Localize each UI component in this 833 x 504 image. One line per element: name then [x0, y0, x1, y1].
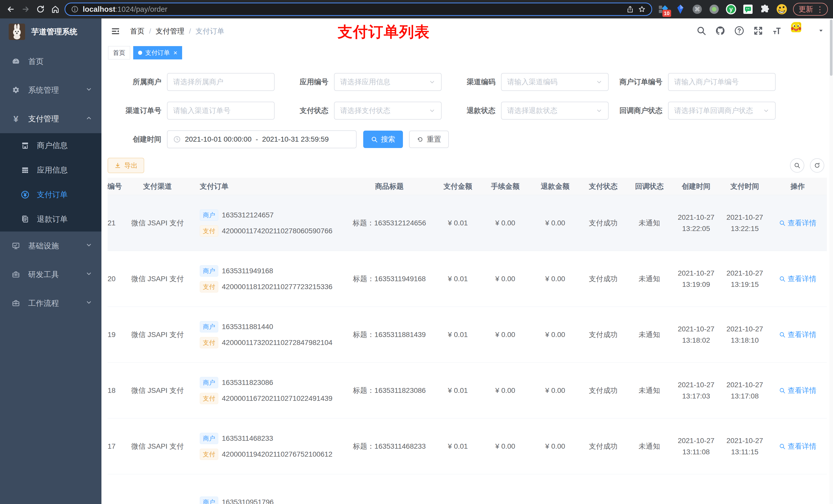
- refund-amount: ¥ 0.00: [530, 217, 580, 229]
- user-avatar[interactable]: [791, 22, 809, 41]
- active-dot: [138, 51, 142, 55]
- merchant-order-no: 1635310951796: [222, 497, 273, 504]
- filter-input[interactable]: [674, 106, 760, 115]
- sidebar-item-pay-order[interactable]: 支付订单: [0, 182, 101, 207]
- reset-button-label: 重置: [427, 135, 441, 144]
- tab-home[interactable]: 首页: [108, 46, 130, 59]
- filter-label: 回调商户状态: [609, 106, 668, 116]
- refund-amount: ¥ 0.00: [530, 273, 580, 285]
- view-detail-link[interactable]: 查看详情: [779, 385, 816, 396]
- sidebar-item-app-info[interactable]: 应用信息: [0, 158, 101, 182]
- notify-status: 未通知: [626, 217, 672, 229]
- sidebar-item-system[interactable]: 系统管理: [0, 76, 101, 104]
- filter-field: 回调商户状态: [609, 102, 776, 120]
- sidebar-collapse-icon[interactable]: [110, 25, 121, 37]
- breadcrumb-home[interactable]: 首页: [130, 26, 144, 36]
- filter-input[interactable]: [507, 106, 593, 115]
- reset-button[interactable]: 重置: [409, 130, 449, 148]
- filter-input[interactable]: [674, 78, 769, 86]
- sidebar-item-refund-order[interactable]: 退款订单: [0, 207, 101, 232]
- filter-input[interactable]: [340, 78, 426, 86]
- sidebar-item-infra[interactable]: 基础设施: [0, 232, 101, 260]
- app-title: 芋道管理系统: [31, 27, 77, 37]
- filter-input[interactable]: [340, 106, 426, 115]
- browser-menu-icon[interactable]: ⋮: [816, 5, 824, 14]
- github-icon[interactable]: [715, 26, 725, 37]
- pay-status: 支付成功: [580, 385, 626, 396]
- refresh-button[interactable]: [810, 158, 824, 173]
- filter-input[interactable]: [173, 106, 268, 115]
- create-time-cell: 2021-10-2713:11:08: [672, 435, 720, 458]
- pay-amount: ¥ 0.01: [435, 441, 480, 452]
- forward-icon[interactable]: [20, 4, 31, 15]
- extension-icon-chat[interactable]: [742, 4, 754, 15]
- user-menu-caret-icon[interactable]: [818, 28, 824, 34]
- scrollbar-thumb[interactable]: [830, 20, 832, 76]
- product-title: 标题：1635312124656: [343, 217, 435, 229]
- sidebar-item-payment[interactable]: ¥ 支付管理: [0, 104, 101, 133]
- extension-icon-pin[interactable]: [675, 4, 686, 15]
- tab-pay-order[interactable]: 支付订单 ×: [133, 46, 182, 59]
- date-separator: -: [256, 135, 258, 143]
- breadcrumb: 首页 / 支付管理 / 支付订单: [130, 26, 224, 36]
- view-detail-link[interactable]: 查看详情: [779, 273, 816, 285]
- filter-create-time: 创建时间 2021-10-01 00:00:00 - 2021-10-31 23…: [108, 130, 357, 148]
- export-button[interactable]: 导出: [108, 158, 144, 173]
- extension-icon-command[interactable]: ⌘: [692, 4, 703, 15]
- pay-time-cell: 2021-10-2713:11:15: [720, 435, 770, 458]
- page-scrollbar[interactable]: [829, 19, 833, 504]
- address-bar[interactable]: localhost:1024/pay/order: [65, 3, 652, 16]
- browser-update-button[interactable]: 更新 ⋮: [793, 3, 828, 16]
- filter-input-box: [334, 102, 442, 120]
- product-title: 标题：1635311468233: [343, 441, 435, 452]
- sidebar-item-workflow[interactable]: 工作流程: [0, 289, 101, 317]
- filter-label: 退款状态: [442, 106, 501, 116]
- share-icon[interactable]: [626, 5, 634, 13]
- toggle-search-button[interactable]: [790, 158, 804, 173]
- breadcrumb-separator: /: [149, 27, 151, 35]
- extension-icon-grid[interactable]: 10: [658, 4, 669, 15]
- order-id: 20: [108, 273, 125, 285]
- extensions-puzzle-icon[interactable]: [759, 4, 770, 15]
- home-icon[interactable]: [50, 4, 61, 15]
- site-info-icon[interactable]: [71, 5, 79, 13]
- url-text[interactable]: localhost:1024/pay/order: [83, 5, 622, 14]
- notify-status: 未通知: [626, 441, 672, 452]
- sidebar-item-merchant-info[interactable]: 商户信息: [0, 133, 101, 158]
- bookmark-star-icon[interactable]: [638, 5, 646, 13]
- pay-tag: 支付: [200, 225, 218, 237]
- sidebar-item-dev-tools[interactable]: 研发工具: [0, 260, 101, 289]
- filter-input[interactable]: [173, 78, 268, 86]
- merchant-order-no: 1635312124657: [222, 210, 273, 221]
- search-icon[interactable]: [696, 26, 707, 37]
- close-icon[interactable]: ×: [173, 49, 177, 56]
- extension-icon-emoji[interactable]: [776, 4, 787, 15]
- search-button[interactable]: 搜索: [363, 130, 403, 148]
- tag-view-bar: 首页 支付订单 ×: [101, 44, 833, 62]
- order-id: 21: [108, 217, 125, 229]
- view-detail-link[interactable]: 查看详情: [779, 217, 816, 229]
- back-icon[interactable]: [5, 4, 16, 15]
- table-row: 商户 1635310951796 支付: [108, 474, 827, 504]
- chevron-down-icon: [596, 107, 602, 114]
- table-row: 21 微信 JSAPI 支付 商户 1635312124657 支付 42000…: [108, 195, 827, 251]
- pay-order-cell: 商户 1635311468233 支付 42000011942021102767…: [190, 433, 343, 460]
- sidebar-item-home[interactable]: 首页: [0, 47, 101, 76]
- chevron-down-icon: [429, 79, 435, 85]
- reload-icon[interactable]: [35, 4, 46, 15]
- app-logo-row[interactable]: 芋道管理系统: [0, 19, 101, 45]
- fullscreen-icon[interactable]: [753, 26, 763, 37]
- breadcrumb-payment[interactable]: 支付管理: [156, 26, 185, 36]
- merchant-order-no: 1635311468233: [222, 433, 273, 444]
- view-detail-link[interactable]: 查看详情: [779, 441, 816, 452]
- filter-input-box: [167, 73, 275, 91]
- filter-field: 渠道编码: [442, 73, 609, 91]
- font-size-icon[interactable]: [772, 26, 782, 37]
- view-detail-link[interactable]: 查看详情: [779, 329, 816, 340]
- extension-icon-record[interactable]: [709, 4, 720, 15]
- col-header: 回调状态: [626, 181, 672, 192]
- filter-input[interactable]: [507, 78, 593, 86]
- date-range-input[interactable]: 2021-10-01 00:00:00 - 2021-10-31 23:59:5…: [167, 130, 357, 148]
- extension-icon-y[interactable]: y: [725, 4, 737, 15]
- help-icon[interactable]: [734, 26, 744, 37]
